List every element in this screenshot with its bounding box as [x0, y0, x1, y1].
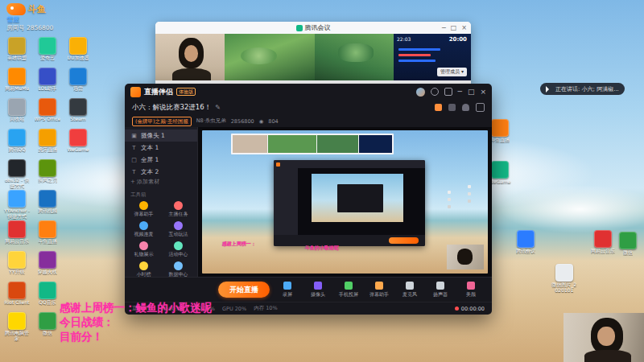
studio-sidebar: ▣ 摄像头 1 T 文本 1 □ 全屏 1 — [125, 127, 198, 277]
desktop-icon[interactable]: 腾讯QQ — [3, 129, 31, 159]
desktop-icon[interactable]: Steam — [64, 98, 92, 129]
tool-item[interactable]: 互动玩法 — [161, 221, 196, 238]
toolbar-item[interactable]: 美颜 — [458, 282, 484, 298]
scene-item[interactable]: □ 全屏 1 — [125, 154, 197, 166]
desktop-icon[interactable]: 英雄联盟 — [3, 37, 31, 68]
scene-item[interactable]: T 文本 1 — [125, 142, 197, 154]
tool-item[interactable]: 数据中心 — [161, 261, 196, 278]
toolbar-item[interactable]: 录屏 — [275, 282, 300, 298]
person-body — [584, 350, 631, 362]
team-text: N8·杀虫兄弟 — [196, 117, 226, 125]
tool-item[interactable]: 礼物展示 — [126, 241, 161, 258]
tool-item[interactable]: 活动中心 — [161, 241, 196, 258]
video-tile-person — [155, 34, 225, 80]
desktop-icon[interactable]: 微信图片_2020101 — [551, 264, 578, 294]
mini-meeting-window — [231, 134, 394, 155]
help-icon[interactable] — [431, 88, 439, 96]
desktop-icon[interactable]: UU加速器 — [64, 37, 92, 68]
desktop-icon[interactable]: 爱奇艺 — [34, 37, 61, 68]
desktop-icon[interactable]: 穿越火线 — [34, 251, 61, 282]
close-button[interactable]: × — [480, 88, 486, 96]
tool-item[interactable]: 主播任务 — [161, 201, 196, 218]
desktop-icon[interactable]: obs32 - 快捷方式 — [3, 159, 31, 190]
app-icon — [8, 129, 26, 146]
app-icon — [39, 312, 56, 330]
desktop-icon-label: 斗鱼直播 — [490, 138, 510, 143]
desktop-icon[interactable]: 网易云音乐 — [3, 220, 31, 251]
desktop: 英雄联盟 网易MuMu 回收站 腾讯QQ obs32 - 快捷方式 — [0, 0, 644, 362]
settings-icon[interactable] — [444, 88, 452, 96]
desktop-icon[interactable]: 腾讯视频 — [34, 190, 61, 220]
app-icon — [39, 98, 56, 116]
scene-list: ▣ 摄像头 1 T 文本 1 □ 全屏 1 — [125, 130, 197, 178]
douyu-logo-text: 斗鱼 — [28, 3, 46, 15]
desktop-icon[interactable]: 虎牙直播 — [34, 129, 61, 159]
desktop-icon[interactable]: 迅雷 — [64, 68, 92, 98]
toolbar-item[interactable]: 手机投屏 — [336, 282, 361, 298]
danmaku-line: 目前分！ — [60, 329, 212, 343]
toolbar-item[interactable]: 麦克风 — [397, 282, 423, 298]
category-tag[interactable]: (金牌甲)之巅·圣经国服 — [132, 117, 192, 126]
app-icon — [39, 68, 56, 85]
avatar[interactable] — [416, 88, 425, 97]
toolbar-item[interactable]: 扬声器 — [427, 282, 453, 298]
app-icon — [39, 129, 56, 146]
maximize-button[interactable]: □ — [451, 24, 457, 31]
desktop-icon-label: 网易MuMu — [5, 86, 29, 92]
desktop-icon[interactable]: 腾讯会议 — [512, 230, 539, 254]
announce-icon[interactable] — [448, 104, 456, 111]
room-id: 2856800 — [231, 118, 254, 125]
scene-item[interactable]: T 文本 2 — [125, 166, 197, 178]
toolbar-item-label: 麦克风 — [402, 291, 417, 298]
desktop-icon[interactable]: WPS Office — [34, 98, 61, 129]
desktop-icon[interactable]: YYAnchor - 快捷方式 — [3, 190, 31, 220]
desktop-icon-label: UU加速器 — [68, 56, 89, 61]
scene-item[interactable]: ▣ 摄像头 1 — [125, 130, 197, 142]
bell-icon[interactable] — [462, 104, 469, 111]
meeting-title: 腾讯会议 — [305, 23, 331, 32]
person-face — [597, 327, 615, 346]
fullscreen-icon[interactable] — [476, 103, 485, 112]
desktop-icon-label: 迅雷 — [73, 86, 83, 92]
desktop-icon-label: 网易云音乐 — [5, 239, 29, 245]
minimize-button[interactable]: ─ — [442, 24, 446, 31]
gift-icon[interactable] — [435, 104, 442, 111]
desktop-icon[interactable]: 网易MuMu — [3, 68, 31, 98]
desktop-icon-label: YYAnchor - 快捷方式 — [3, 208, 31, 220]
desktop-icon[interactable]: 疾风之刃 — [34, 159, 61, 190]
maximize-button[interactable]: □ — [468, 88, 475, 96]
minimize-button[interactable]: ─ — [458, 88, 462, 96]
version-badge: 体验版 — [176, 88, 196, 96]
app-icon — [8, 159, 26, 177]
desktop-icon[interactable]: QQ音乐 — [34, 282, 61, 312]
desktop-icon[interactable]: YY升级 — [3, 251, 31, 282]
manage-members-button[interactable]: 管理成员 ▾ — [437, 68, 467, 76]
desktop-icon[interactable]: WeGame — [64, 129, 92, 159]
mini-webcam — [447, 245, 484, 269]
app-icon — [39, 220, 56, 238]
meeting-window: 腾讯会议 ─ □ × 22:03 20:00 管理成员 ▾ — [155, 22, 471, 93]
desktop-icon[interactable]: 网易云音乐 — [589, 230, 617, 254]
desktop-icon[interactable]: 微信 — [34, 312, 61, 343]
scene-type-icon: T — [130, 145, 138, 151]
tool-item[interactable]: 小时榜 — [126, 261, 161, 278]
toolbar-item[interactable]: 摄像头 — [305, 282, 331, 298]
desktop-icon[interactable]: 腾讯电脑管家 — [3, 312, 31, 343]
start-streaming-button[interactable]: 开始直播 — [218, 282, 270, 298]
add-source-button[interactable]: + 添加素材 — [125, 178, 197, 186]
toolbox-grid: 弹幕助手 主播任务 视频连麦 — [125, 201, 197, 278]
tool-icon — [139, 261, 148, 270]
douyu-watermark: 斗鱼 雪屋 房间号 2856800 — [6, 3, 53, 32]
speaking-toast: 正在讲话: 小六; 阿满椒... — [540, 83, 625, 95]
desktop-icon[interactable]: 微信 — [614, 232, 642, 256]
desktop-icon[interactable]: 回收站 — [3, 98, 31, 129]
tool-item[interactable]: 弹幕助手 — [126, 201, 161, 218]
tool-icon — [174, 241, 183, 250]
edit-title-icon[interactable]: ✎ — [215, 104, 221, 111]
desktop-icon[interactable]: Riot Client — [3, 282, 31, 312]
tool-item[interactable]: 视频连麦 — [126, 221, 161, 238]
close-button[interactable]: × — [461, 24, 467, 31]
toolbar-item[interactable]: 弹幕助手 — [366, 282, 392, 298]
desktop-icon[interactable]: 斗鱼直播 — [34, 220, 61, 251]
desktop-icon[interactable]: LOL助手 — [34, 68, 61, 98]
